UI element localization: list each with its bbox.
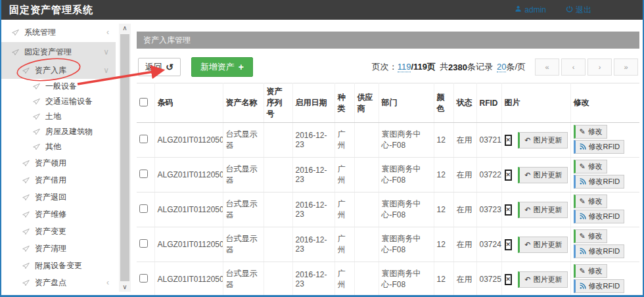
cell-picture: ✕ ↶ 图片更新 (501, 158, 570, 193)
records-suffix: 条记录 (467, 61, 493, 73)
sidebar-item[interactable]: 资产盘点 ‹ (1, 274, 116, 291)
sidebar-item[interactable]: 系统管理 ‹ (1, 22, 116, 42)
sidebar-item[interactable]: 房屋及建筑物 (1, 124, 116, 139)
row-checkbox[interactable] (139, 135, 148, 143)
edit-rfid-button[interactable]: 修改RFID (574, 210, 625, 223)
paper-plane-icon (22, 160, 30, 167)
broken-image-icon: ✕ (505, 204, 513, 216)
sidebar-item[interactable]: 资产清理 (1, 240, 116, 257)
edit-label: 修改 (588, 196, 603, 206)
row-checkbox[interactable] (139, 170, 148, 178)
cell-modify: ✎ 修改 修改RFID (570, 123, 639, 158)
sidebar-item[interactable]: 一般设备 (1, 79, 116, 94)
paper-plane-icon (12, 29, 19, 36)
edit-button[interactable]: ✎ 修改 (574, 125, 607, 139)
sidebar-item[interactable]: 资产维修 (1, 206, 116, 223)
current-page-link[interactable]: 119 (398, 62, 411, 72)
update-image-button[interactable]: ↶ 图片更新 (518, 132, 567, 148)
add-asset-button[interactable]: 新增资产 + (191, 57, 253, 77)
cell-barcode: ALGZ01IT0112050015 (154, 158, 223, 193)
cell-status: 在用 (453, 262, 476, 297)
cell-dept: 寰图商务中心-F08 (379, 123, 434, 158)
edit-icon: ✎ (580, 267, 586, 275)
edit-rfid-button[interactable]: 修改RFID (574, 244, 625, 258)
update-image-button[interactable]: ↶ 图片更新 (518, 167, 567, 183)
update-image-button[interactable]: ↶ 图片更新 (518, 271, 567, 288)
sidebar-item[interactable]: 附属设备变更 (1, 257, 116, 274)
rss-icon (580, 283, 586, 290)
sidebar-item[interactable]: 资产退回 (1, 189, 116, 206)
edit-rfid-button[interactable]: 修改RFID (574, 140, 625, 154)
edit-rfid-button[interactable]: 修改RFID (574, 175, 625, 189)
first-page-button[interactable]: « (535, 58, 559, 76)
cell-modify: ✎ 修改 修改RFID (570, 193, 639, 227)
prev-page-button[interactable]: ‹ (561, 58, 586, 76)
sidebar-item[interactable]: 固定资产管理 ∨ (1, 42, 116, 62)
assets-table: 条码 资产名称 资产序列号 启用日期 种类 供应商 部门 颜色 状态 RFID … (137, 83, 639, 297)
row-checkbox[interactable] (139, 274, 148, 283)
sidebar-item-label: 资产维修 (35, 209, 66, 220)
cell-status: 在用 (453, 158, 476, 193)
sidebar-item-label: 其他 (45, 141, 61, 152)
toolbar: 返回 ↺ 新增资产 + 页次：119/119页 共2380条记录 20条/页 «… (138, 57, 638, 77)
update-image-label: 图片更新 (534, 240, 563, 250)
sidebar-scrollbar[interactable]: ∧ ∨ (119, 24, 131, 292)
sidebar-item-label: 固定资产管理 (24, 47, 72, 58)
rss-icon (580, 143, 586, 151)
sidebar-item[interactable]: 仓库管理 ‹ (1, 291, 116, 297)
update-image-button[interactable]: ↶ 图片更新 (518, 202, 567, 218)
edit-rfid-button[interactable]: 修改RFID (574, 279, 625, 293)
sidebar-item[interactable]: 资产变更 (1, 223, 116, 240)
power-icon (566, 5, 573, 14)
scrollbar-thumb[interactable] (120, 34, 129, 281)
app-window: 固定资产管理系统 admin 退出 (0, 0, 644, 297)
sidebar-item[interactable]: 资产借用 (1, 171, 116, 189)
topbar-links: admin 退出 (515, 5, 591, 16)
cell-color: 12 (434, 227, 453, 262)
edit-rfid-label: 修改RFID (589, 246, 620, 256)
cell-type: 广州 (334, 227, 354, 262)
scroll-up-icon[interactable]: ∧ (119, 24, 131, 33)
records-count: 2380 (448, 62, 467, 72)
cell-modify: ✎ 修改 修改RFID (570, 227, 639, 262)
last-page-button[interactable]: » (614, 58, 638, 76)
sidebar-item[interactable]: 资产领用 (1, 154, 116, 171)
cell-dept: 寰图商务中心-F08 (379, 193, 434, 227)
edit-button[interactable]: ✎ 修改 (574, 194, 607, 208)
row-checkbox[interactable] (139, 239, 148, 248)
sidebar-item[interactable]: 交通运输设备 (1, 94, 116, 109)
edit-button[interactable]: ✎ 修改 (574, 229, 607, 243)
page-size-link[interactable]: 20 (497, 62, 506, 72)
logout-link[interactable]: 退出 (566, 5, 591, 16)
next-page-button[interactable]: › (587, 58, 612, 76)
cell-type: 广州 (334, 262, 354, 297)
paper-plane-icon (22, 262, 30, 269)
edit-button[interactable]: ✎ 修改 (574, 160, 607, 173)
plus-icon: + (239, 62, 244, 72)
scroll-down-icon[interactable]: ∨ (119, 283, 131, 292)
row-checkbox[interactable] (139, 204, 148, 213)
back-button[interactable]: 返回 ↺ (138, 58, 181, 76)
cell-type: 广州 (334, 193, 354, 227)
col-picture: 图片 (501, 83, 570, 123)
cell-date: 2016-12-23 (292, 158, 334, 193)
add-asset-label: 新增资产 (200, 61, 235, 73)
user-link[interactable]: admin (515, 5, 546, 16)
edit-rfid-label: 修改RFID (589, 281, 620, 291)
sidebar-item-label: 房屋及建筑物 (45, 126, 93, 137)
sidebar-item[interactable]: 其他 (1, 139, 116, 154)
app-title: 固定资产管理系统 (1, 4, 93, 16)
edit-button[interactable]: ✎ 修改 (574, 264, 607, 278)
update-image-button[interactable]: ↶ 图片更新 (518, 237, 567, 253)
sidebar-item[interactable]: 资产入库 ∨ (1, 62, 116, 79)
cell-supplier (354, 262, 379, 297)
update-image-label: 图片更新 (534, 170, 563, 180)
update-image-label: 图片更新 (534, 275, 563, 285)
back-button-label: 返回 (145, 61, 162, 73)
sidebar-item-label: 资产盘点 (35, 277, 66, 288)
table-row: ALGZ01IT0112050015 台式显示器 2016-12-23 广州 寰… (137, 158, 639, 193)
col-rfid: RFID (476, 83, 501, 123)
sidebar-item[interactable]: 土地 (1, 109, 116, 124)
select-all-checkbox[interactable] (139, 98, 148, 106)
cell-dept: 寰图商务中心-F08 (379, 262, 434, 297)
